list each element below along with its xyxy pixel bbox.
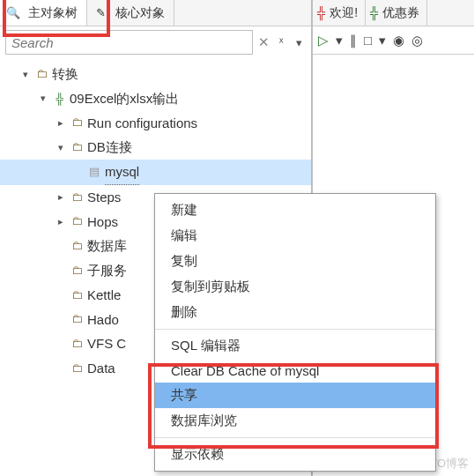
ctx-copy[interactable]: 复制 [155,249,435,274]
tab-label: 主对象树 [28,5,78,21]
folder-icon: 🗀 [69,235,85,257]
tree-label: Steps [87,185,121,210]
folder-icon: 🗀 [69,333,85,354]
twisty-open-icon[interactable]: ▾ [18,65,33,83]
tree-label: 转换 [52,62,78,86]
clear-search-icon[interactable]: ✕ [258,34,270,50]
preview-icon[interactable]: ◉ [393,33,404,48]
pencil-icon: ✎ [93,6,108,19]
folder-icon: 🗀 [69,260,85,281]
folder-icon: 🗀 [69,137,85,158]
tree-label: VFS C [87,331,126,356]
transformation-icon: ╬ [51,89,67,108]
tree-row-mysql[interactable]: ▤ mysql [0,160,311,185]
tab-label: 核心对象 [115,5,165,21]
tree-label: mysql [105,160,139,185]
tab-label: 欢迎! [330,5,358,21]
folder-icon: 🗀 [69,309,85,330]
twisty-closed-icon[interactable]: ▸ [53,114,69,131]
twisty-open-icon[interactable]: ▾ [35,89,51,107]
tab-main-tree[interactable]: 🔍 主对象树 [0,0,87,26]
search-row: ✕ ᕁ ▾ [0,26,311,58]
right-tab-row: ╬ 欢迎! ╬ 优惠券 [313,0,474,26]
tree-label: DB连接 [87,135,132,160]
dropdown-icon[interactable]: ▾ [336,33,343,48]
ctx-clear-db-cache[interactable]: Clear DB Cache of mysql [155,359,435,383]
twisty-closed-icon[interactable]: ▸ [53,188,69,205]
separator [155,329,435,330]
pause-icon[interactable]: ∥ [350,33,357,48]
folder-icon: 🗀 [69,285,85,306]
tree-label: 数据库 [87,234,127,258]
tree-label: 09Excel的xlsx输出 [70,86,179,111]
folder-icon: 🗀 [69,211,85,232]
ctx-copy-clipboard[interactable]: 复制到剪贴板 [155,274,435,300]
tree-label: Hops [87,210,118,234]
left-tab-row: 🔍 主对象树 ✎ 核心对象 [0,0,311,26]
tree-row-excel[interactable]: ▾ ╬ 09Excel的xlsx输出 [0,86,311,111]
tree-label: 子服务 [87,258,127,283]
tree-row-dbconn[interactable]: ▾ 🗀 DB连接 [0,135,311,160]
tab-core-objects[interactable]: ✎ 核心对象 [87,0,174,26]
tab-welcome[interactable]: ╬ 欢迎! [313,0,366,26]
search-input[interactable] [5,30,253,55]
tree-label: Kettle [87,283,121,308]
ctx-new[interactable]: 新建 [155,197,435,223]
context-menu: 新建 编辑 复制 复制到剪贴板 删除 SQL 编辑器 Clear DB Cach… [154,193,436,472]
tree-label: Run configurations [87,111,197,136]
right-toolbar: ▷ ▾ ∥ □ ▾ ◉ ◎ [313,26,474,55]
folder-icon: 🗀 [69,187,85,208]
tree-tool-button[interactable]: ᕁ [275,36,287,49]
twisty-open-icon[interactable]: ▾ [53,138,69,156]
ctx-db-browse[interactable]: 数据库浏览 [155,408,435,434]
tree-row-runconf[interactable]: ▸ 🗀 Run configurations [0,111,311,136]
tab-coupon[interactable]: ╬ 优惠券 [366,0,427,26]
folder-icon: 🗀 [69,358,85,379]
ctx-edit[interactable]: 编辑 [155,223,435,249]
tab-label: 优惠券 [382,5,419,21]
db-icon: ▤ [86,161,102,182]
stop-icon[interactable]: □ [364,33,372,48]
twisty-closed-icon[interactable]: ▸ [53,212,69,230]
folder-icon: 🗀 [33,63,49,85]
dropdown-icon[interactable]: ▾ [379,33,386,48]
folder-icon: 🗀 [69,112,85,133]
tree-label: Data [87,356,115,381]
debug-icon[interactable]: ◎ [411,33,423,48]
separator [155,437,435,438]
ctx-share[interactable]: 共享 [155,383,435,408]
collapse-button[interactable]: ▾ [293,36,306,49]
play-icon[interactable]: ▷ [318,33,329,48]
ctx-delete[interactable]: 删除 [155,300,435,325]
ctx-show-dependencies[interactable]: 显示依赖 [155,442,435,467]
welcome-icon: ╬ [317,6,325,19]
tree-row-root[interactable]: ▾ 🗀 转换 [0,62,311,86]
tree-label: Hado [87,308,119,332]
ctx-sql-editor[interactable]: SQL 编辑器 [155,333,435,359]
search-icon: 🔍 [5,6,21,19]
transformation-icon: ╬ [370,6,378,19]
